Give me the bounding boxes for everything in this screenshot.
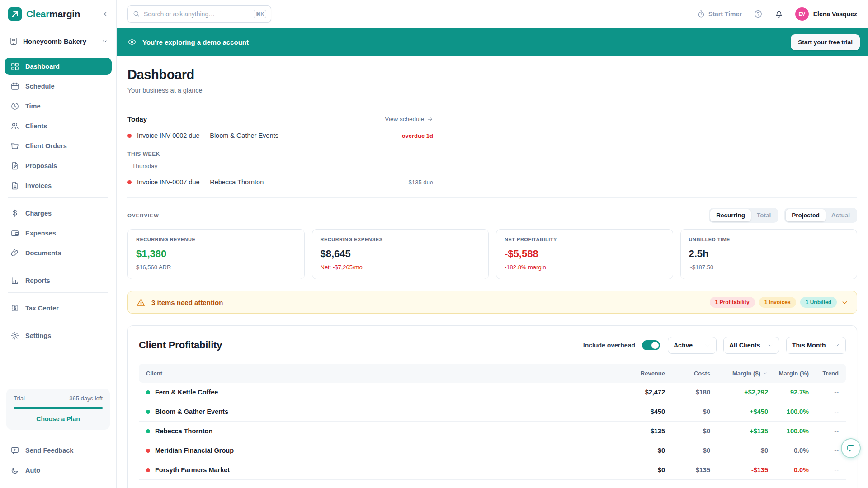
margin-pct-value: 0.0% bbox=[774, 466, 809, 474]
logo-text-secondary: margin bbox=[49, 9, 80, 19]
kpi-label: UNBILLED TIME bbox=[689, 237, 849, 242]
clearmargin-logo-icon bbox=[8, 7, 22, 21]
table-row[interactable]: Bloom & Gather Events $450 $0 +$450 100.… bbox=[139, 402, 846, 422]
sidebar-collapse-icon[interactable] bbox=[102, 10, 109, 18]
kpi-card-unbilled-time: UNBILLED TIME 2.5h ~$187.50 bbox=[680, 229, 858, 279]
badge-profitability[interactable]: 1 Profitability bbox=[710, 297, 755, 308]
margin-value: -$135 bbox=[710, 466, 768, 474]
chevron-down-icon[interactable] bbox=[841, 299, 849, 306]
column-client: Client bbox=[146, 370, 615, 377]
sidebar-item-time[interactable]: Time bbox=[5, 98, 112, 114]
user-name: Elena Vasquez bbox=[813, 10, 857, 18]
chat-fab-button[interactable] bbox=[841, 438, 861, 458]
badge-unbilled[interactable]: 1 Unbilled bbox=[800, 297, 837, 308]
include-overhead-label: Include overhead bbox=[583, 342, 635, 349]
attention-alert[interactable]: 3 items need attention 1 Profitability 1… bbox=[127, 291, 857, 314]
toggle-projected[interactable]: Projected bbox=[786, 209, 826, 221]
start-timer-button[interactable]: Start Timer bbox=[697, 10, 742, 18]
table-row[interactable]: Forsyth Farmers Market $0 $135 -$135 0.0… bbox=[139, 460, 846, 480]
logo-row: Clearmargin bbox=[0, 0, 116, 28]
sidebar-item-expenses[interactable]: Expenses bbox=[5, 225, 112, 241]
status-dot-red bbox=[146, 449, 150, 453]
table-header: Client Revenue Costs Margin ($) Margin (… bbox=[139, 364, 846, 383]
help-icon[interactable] bbox=[754, 9, 763, 19]
margin-pct-value: 92.7% bbox=[774, 389, 809, 396]
revenue-value: $135 bbox=[615, 427, 665, 435]
sidebar-item-charges[interactable]: Charges bbox=[5, 205, 112, 221]
costs-value: $135 bbox=[665, 466, 710, 474]
view-schedule-link[interactable]: View schedule bbox=[385, 116, 433, 122]
costs-value: $0 bbox=[665, 408, 710, 415]
arrow-right-icon bbox=[427, 116, 433, 122]
sidebar-item-documents[interactable]: Documents bbox=[5, 244, 112, 261]
global-search[interactable]: ⌘K bbox=[127, 5, 271, 23]
period-filter-value: This Month bbox=[792, 342, 826, 349]
status-filter-select[interactable]: Active bbox=[668, 337, 717, 354]
clients-filter-value: All Clients bbox=[729, 342, 760, 349]
avatar: EV bbox=[795, 7, 809, 21]
warning-triangle-icon bbox=[136, 298, 146, 307]
table-row[interactable]: Meridian Financial Group $0 $0 $0 0.0% -… bbox=[139, 441, 846, 460]
sidebar-item-invoices[interactable]: Invoices bbox=[5, 177, 112, 194]
trend-value: -- bbox=[809, 389, 839, 396]
client-name: Meridian Financial Group bbox=[155, 447, 234, 454]
toggle-actual[interactable]: Actual bbox=[826, 209, 856, 221]
include-overhead-toggle[interactable] bbox=[642, 340, 660, 350]
user-menu[interactable]: EV Elena Vasquez bbox=[795, 7, 857, 21]
choose-plan-link[interactable]: Choose a Plan bbox=[14, 415, 103, 422]
toggle-total[interactable]: Total bbox=[751, 209, 777, 221]
badge-invoices[interactable]: 1 Invoices bbox=[759, 297, 796, 308]
column-margin-pct: Margin (%) bbox=[774, 370, 809, 377]
status-filter-value: Active bbox=[674, 342, 693, 349]
sidebar-item-reports[interactable]: Reports bbox=[5, 272, 112, 289]
sidebar-item-settings[interactable]: Settings bbox=[5, 327, 112, 344]
overview-section: OVERVIEW Recurring Total Projected Actua… bbox=[127, 198, 857, 279]
sidebar-item-schedule[interactable]: Schedule bbox=[5, 78, 112, 94]
notifications-bell-icon[interactable] bbox=[774, 9, 783, 19]
toggle-recurring[interactable]: Recurring bbox=[710, 209, 751, 221]
margin-value: $0 bbox=[710, 447, 768, 454]
sidebar-item-label: Schedule bbox=[25, 83, 54, 90]
kpi-label: RECURRING EXPENSES bbox=[321, 237, 481, 242]
kpi-card-recurring-expenses: RECURRING EXPENSES $8,645 Net: -$7,265/m… bbox=[312, 229, 489, 279]
bar-chart-icon bbox=[10, 276, 19, 285]
table-row[interactable]: Fern & Kettle Coffee $2,472 $180 +$2,292… bbox=[139, 383, 846, 402]
nav-divider bbox=[8, 265, 108, 265]
org-switcher[interactable]: Honeycomb Bakery bbox=[0, 28, 116, 54]
sidebar-item-proposals[interactable]: Proposals bbox=[5, 157, 112, 174]
demo-banner: You're exploring a demo account Start yo… bbox=[117, 28, 868, 56]
kpi-sub: ~$187.50 bbox=[689, 264, 849, 271]
search-input[interactable] bbox=[144, 10, 250, 18]
trend-value: -- bbox=[809, 427, 839, 435]
revenue-value: $0 bbox=[615, 466, 665, 474]
sidebar-item-client-orders[interactable]: Client Orders bbox=[5, 137, 112, 154]
page-title: Dashboard bbox=[127, 67, 857, 82]
client-profitability-title: Client Profitability bbox=[139, 339, 222, 351]
client-name: Bloom & Gather Events bbox=[155, 408, 228, 415]
sidebar-item-tax-center[interactable]: Tax Center bbox=[5, 300, 112, 316]
column-margin-sort[interactable]: Margin ($) bbox=[710, 370, 768, 377]
today-item[interactable]: Invoice INV-0002 due — Bloom & Gather Ev… bbox=[127, 132, 433, 139]
start-free-trial-button[interactable]: Start your free trial bbox=[791, 34, 860, 50]
sidebar-item-dashboard[interactable]: Dashboard bbox=[5, 58, 112, 75]
week-item[interactable]: Invoice INV-0007 due — Rebecca Thornton … bbox=[127, 178, 433, 186]
trend-value: -- bbox=[809, 447, 839, 454]
chevron-down-icon bbox=[834, 342, 840, 348]
status-dot-red bbox=[127, 180, 132, 184]
chat-bubble-icon bbox=[846, 444, 855, 453]
table-row[interactable]: Rebecca Thornton $135 $0 +$135 100.0% -- bbox=[139, 422, 846, 441]
sidebar-item-label: Time bbox=[25, 103, 41, 110]
page-content: Dashboard Your business at a glance Toda… bbox=[117, 56, 868, 488]
period-filter-select[interactable]: This Month bbox=[786, 337, 846, 354]
status-dot-red bbox=[127, 134, 132, 138]
sidebar-item-clients[interactable]: Clients bbox=[5, 117, 112, 134]
send-feedback-button[interactable]: Send Feedback bbox=[5, 442, 112, 459]
clients-filter-select[interactable]: All Clients bbox=[723, 337, 779, 354]
alert-message: 3 items need attention bbox=[151, 299, 223, 306]
costs-value: $180 bbox=[665, 389, 710, 396]
theme-toggle-auto[interactable]: Auto bbox=[5, 462, 112, 479]
chevron-down-icon bbox=[704, 342, 711, 348]
due-amount: $135 due bbox=[409, 179, 433, 186]
today-item-text: Invoice INV-0002 due — Bloom & Gather Ev… bbox=[137, 132, 278, 139]
today-heading: Today bbox=[127, 115, 147, 123]
